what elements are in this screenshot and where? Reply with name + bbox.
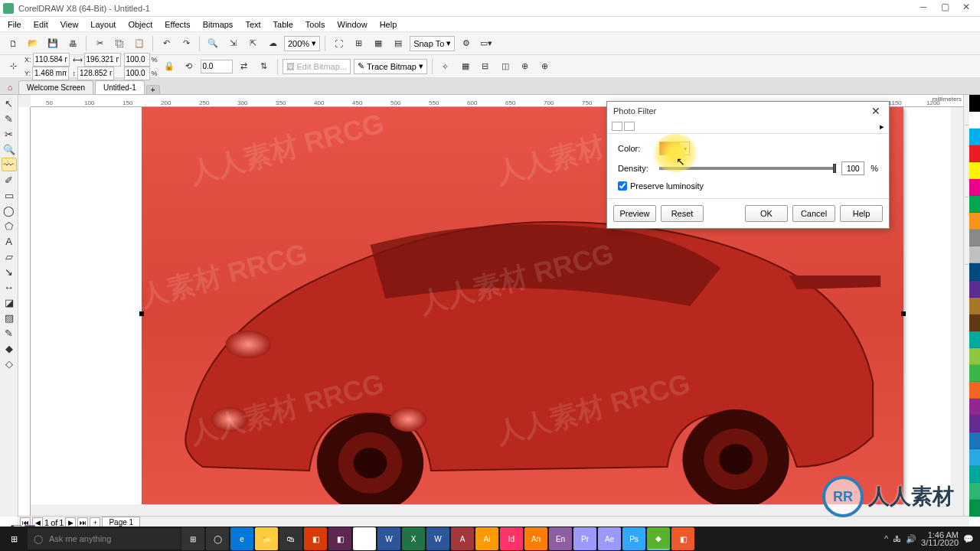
color-swatch[interactable]: [969, 230, 980, 246]
tray-network-icon[interactable]: 🖧: [893, 534, 901, 543]
tab-add[interactable]: +: [146, 85, 160, 94]
color-swatch[interactable]: [969, 348, 980, 365]
menu-bitmaps[interactable]: Bitmaps: [198, 18, 238, 31]
color-swatch[interactable]: [969, 145, 980, 162]
snap-dropdown[interactable]: Snap To▾: [410, 36, 455, 51]
taskbar-app-coreldraw[interactable]: ◆: [647, 527, 670, 550]
cancel-button[interactable]: Cancel: [792, 205, 835, 222]
dialog-close-icon[interactable]: ✕: [869, 105, 883, 117]
menu-window[interactable]: Window: [333, 18, 372, 31]
taskbar-app-app3[interactable]: ◧: [671, 527, 694, 550]
scale-x-input[interactable]: [124, 53, 150, 67]
fullscreen-icon[interactable]: ⛶: [330, 35, 347, 52]
menu-effects[interactable]: Effects: [160, 18, 194, 31]
taskbar-app-aftereffects[interactable]: Ae: [598, 527, 621, 550]
menu-view[interactable]: View: [56, 18, 83, 31]
pick-tool-icon[interactable]: ↖: [2, 96, 17, 110]
reset-button[interactable]: Reset: [661, 205, 704, 222]
shape-tool-icon[interactable]: ✎: [2, 112, 17, 126]
taskbar-app-edge[interactable]: e: [230, 527, 253, 550]
link-icon[interactable]: ⊕: [517, 58, 534, 75]
crop-tool-icon[interactable]: ✂: [2, 127, 17, 141]
taskbar-search[interactable]: ◯ Ask me anything: [28, 528, 181, 549]
taskbar-app-wordpad[interactable]: W: [426, 527, 449, 550]
menu-file[interactable]: File: [3, 18, 26, 31]
taskbar-clock[interactable]: 1:46 AM3/11/2020: [921, 531, 959, 546]
redo-icon[interactable]: ↷: [178, 35, 194, 52]
color-swatch[interactable]: [969, 112, 980, 129]
color-swatch[interactable]: [969, 416, 980, 432]
extra-icon[interactable]: ⊕: [537, 58, 554, 75]
crop-icon[interactable]: ⟡: [437, 58, 454, 75]
text-tool-icon[interactable]: A: [2, 234, 17, 248]
taskbar-app-store[interactable]: 🛍: [279, 527, 302, 550]
rotation-input[interactable]: [201, 60, 233, 73]
taskbar-app-app2[interactable]: ◧: [328, 527, 351, 550]
wrap-icon[interactable]: ◫: [497, 58, 514, 75]
color-swatch[interactable]: [969, 246, 980, 263]
eyedropper-tool-icon[interactable]: ✎: [2, 326, 17, 340]
taskbar-app-access[interactable]: A: [451, 527, 474, 550]
copy-icon[interactable]: ⿻: [111, 35, 128, 52]
preserve-luminosity-checkbox[interactable]: [618, 181, 627, 191]
color-swatch[interactable]: [969, 365, 980, 382]
tab-document[interactable]: Untitled-1: [95, 80, 145, 94]
color-picker[interactable]: ▾: [659, 142, 690, 155]
taskbar-app-illustrator[interactable]: Ai: [475, 527, 498, 550]
parallel-tool-icon[interactable]: ▱: [2, 249, 17, 263]
menu-object[interactable]: Object: [123, 18, 157, 31]
color-swatch[interactable]: [969, 179, 980, 196]
launch-icon[interactable]: ▭▾: [478, 35, 495, 52]
edit-bitmap-button[interactable]: 🖼Edit Bitmap...: [283, 59, 351, 74]
paste-icon[interactable]: 📋: [131, 35, 148, 52]
rectangle-tool-icon[interactable]: ▭: [2, 188, 17, 202]
taskbar-app-premiere[interactable]: Pr: [573, 527, 596, 550]
density-input[interactable]: [841, 161, 864, 175]
menu-layout[interactable]: Layout: [86, 18, 120, 31]
taskbar-app-app1[interactable]: ◧: [304, 527, 327, 550]
fill-tool-icon[interactable]: ◆: [2, 341, 17, 355]
maximize-button[interactable]: ▢: [934, 2, 956, 15]
rulers-icon[interactable]: ⊞: [350, 35, 367, 52]
color-swatch[interactable]: [969, 162, 980, 179]
color-swatch[interactable]: [969, 483, 980, 500]
preview-button[interactable]: Preview: [613, 205, 656, 222]
color-swatch[interactable]: [969, 298, 980, 315]
connector-tool-icon[interactable]: ↘: [2, 265, 17, 279]
color-swatch[interactable]: [969, 281, 980, 298]
freehand-tool-icon[interactable]: 〰: [2, 158, 17, 171]
color-swatch[interactable]: [969, 331, 980, 348]
menu-edit[interactable]: Edit: [29, 18, 53, 31]
publish-icon[interactable]: ☁: [264, 35, 281, 52]
resample-icon[interactable]: ▦: [457, 58, 474, 75]
color-swatch[interactable]: [969, 95, 980, 112]
grid-icon[interactable]: ▦: [370, 35, 387, 52]
open-icon[interactable]: 📂: [24, 35, 41, 52]
help-button[interactable]: Help: [840, 205, 883, 222]
color-swatch[interactable]: [969, 213, 980, 230]
color-swatch[interactable]: [969, 449, 980, 466]
zoom-tool-icon[interactable]: 🔍: [2, 142, 17, 156]
dialog-tab-1[interactable]: [612, 122, 622, 131]
guides-icon[interactable]: ▤: [390, 35, 407, 52]
start-button[interactable]: ⊞: [0, 527, 28, 551]
tab-welcome[interactable]: Welcome Screen: [18, 80, 93, 94]
menu-text[interactable]: Text: [240, 18, 265, 31]
cut-icon[interactable]: ✂: [91, 35, 108, 52]
height-input[interactable]: [77, 67, 114, 80]
tray-up-icon[interactable]: ^: [884, 534, 888, 543]
menu-table[interactable]: Table: [269, 18, 298, 31]
selection-handle-left[interactable]: [139, 311, 144, 316]
taskbar-app-explorer[interactable]: 📁: [255, 527, 278, 550]
y-input[interactable]: [32, 67, 69, 80]
undo-icon[interactable]: ↶: [158, 35, 175, 52]
taskbar-app-cortana[interactable]: ◯: [206, 527, 229, 550]
import-icon[interactable]: ⇲: [224, 35, 241, 52]
outline-tool-icon[interactable]: ◇: [2, 357, 17, 370]
x-input[interactable]: [33, 53, 70, 67]
selection-handle-right[interactable]: [901, 311, 906, 316]
menu-help[interactable]: Help: [375, 18, 402, 31]
system-tray[interactable]: ^ 🖧 🔊 1:46 AM3/11/2020 💬: [878, 531, 980, 546]
dialog-menu-icon[interactable]: ▸: [880, 122, 884, 132]
transparency-tool-icon[interactable]: ▨: [2, 311, 17, 324]
